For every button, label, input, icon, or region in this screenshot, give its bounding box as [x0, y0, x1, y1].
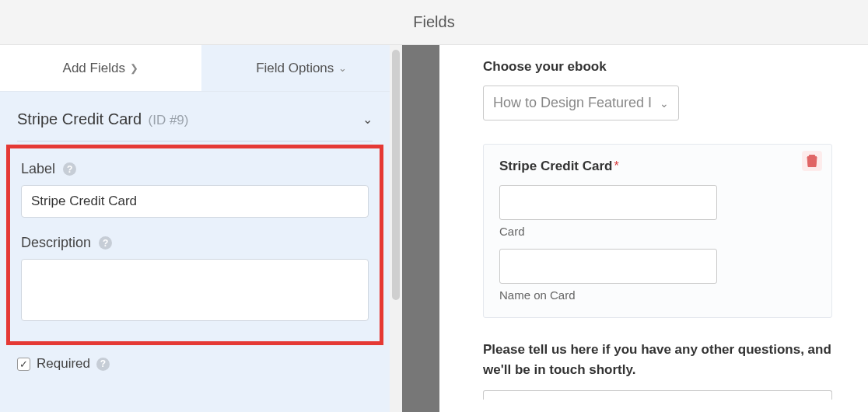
required-row: ✓ Required ?: [0, 345, 390, 372]
delete-field-button[interactable]: [802, 151, 822, 171]
field-header[interactable]: Stripe Credit Card (ID #9) ⌄: [0, 92, 390, 136]
required-caption: Required: [37, 356, 90, 372]
card-title-row: Stripe Credit Card*: [499, 159, 816, 174]
svg-rect-1: [810, 155, 814, 156]
main-layout: Add Fields ❯ Field Options ⌄ Stripe Cred…: [0, 45, 868, 412]
description-row: Description ?: [21, 235, 369, 251]
help-icon[interactable]: ?: [96, 358, 110, 371]
highlighted-options: Label ? Description ?: [6, 145, 383, 345]
required-checkbox[interactable]: ✓: [17, 358, 30, 371]
question-input[interactable]: [483, 390, 832, 400]
name-sublabel: Name on Card: [499, 288, 816, 302]
ebook-label: Choose your ebook: [483, 59, 832, 75]
question-label: Please tell us here if you have any othe…: [483, 340, 832, 379]
scrollbar-thumb[interactable]: [392, 50, 400, 300]
chevron-down-icon: ⌄: [660, 97, 669, 110]
form-preview: Choose your ebook How to Design Featured…: [439, 45, 868, 412]
description-input[interactable]: [21, 259, 369, 321]
description-caption: Description: [21, 235, 91, 251]
chevron-down-icon: ⌄: [338, 62, 347, 74]
divider: [17, 141, 373, 141]
help-icon[interactable]: ?: [99, 236, 112, 250]
trash-icon: [807, 155, 817, 167]
card-sublabel: Card: [499, 225, 816, 238]
stripe-card-field[interactable]: Stripe Credit Card* Card Name on Card: [483, 144, 832, 318]
field-id: (ID #9): [149, 113, 189, 127]
card-number-input[interactable]: [499, 185, 717, 220]
tab-field-options-label: Field Options: [256, 61, 334, 76]
required-star: *: [614, 159, 618, 173]
label-row: Label ?: [21, 161, 369, 177]
field-header-title: Stripe Credit Card (ID #9): [17, 110, 188, 128]
field-name: Stripe Credit Card: [17, 110, 142, 127]
sidebar: Add Fields ❯ Field Options ⌄ Stripe Cred…: [0, 45, 402, 412]
card-title: Stripe Credit Card: [499, 159, 612, 173]
tab-add-fields[interactable]: Add Fields ❯: [0, 45, 201, 91]
gutter: [402, 45, 439, 412]
tab-field-options[interactable]: Field Options ⌄: [201, 45, 403, 91]
chevron-right-icon: ❯: [130, 62, 138, 74]
chevron-down-icon[interactable]: ⌄: [362, 112, 373, 127]
svg-rect-0: [807, 156, 817, 158]
label-input[interactable]: [21, 185, 369, 218]
ebook-selected-value: How to Design Featured I: [493, 95, 652, 111]
name-on-card-input[interactable]: [499, 249, 717, 284]
sidebar-scrollbar[interactable]: [390, 45, 402, 412]
field-options-panel: Stripe Credit Card (ID #9) ⌄ Label ? Des…: [0, 92, 390, 412]
sidebar-tabs: Add Fields ❯ Field Options ⌄: [0, 45, 402, 92]
ebook-select[interactable]: How to Design Featured I ⌄: [483, 86, 679, 120]
tab-add-fields-label: Add Fields: [63, 61, 125, 76]
label-caption: Label: [21, 161, 55, 177]
page-title: Fields: [0, 0, 868, 45]
help-icon[interactable]: ?: [63, 162, 76, 176]
